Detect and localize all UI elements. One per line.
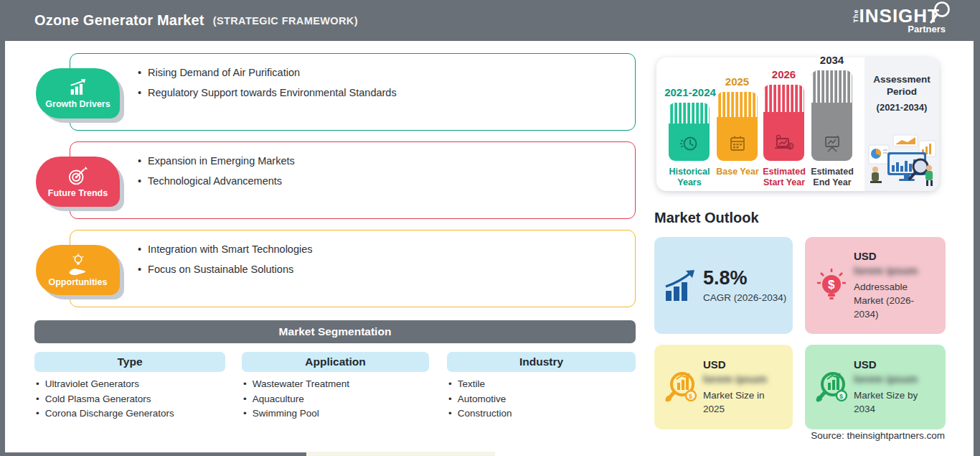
target-dart-icon — [67, 166, 89, 186]
svg-text:$: $ — [828, 278, 835, 292]
frame-left-edge — [0, 41, 5, 456]
presentation-icon — [822, 134, 842, 154]
assessment-line1: Assessment — [873, 74, 930, 85]
segment-header-type: Type — [34, 352, 225, 372]
segment-list-application: Wastewater Treatment Aquaculture Swimmin… — [243, 377, 349, 422]
currency-label: USD — [854, 358, 940, 371]
growth-chart-icon — [67, 78, 89, 97]
segment-header-application: Application — [242, 352, 429, 372]
cagr-label: CAGR (2026-2034) — [703, 291, 787, 304]
market-size-2025-card: $ USD lorem ipsum Market Size in 2025 — [654, 345, 793, 429]
timeline-bar-historical — [669, 103, 710, 161]
hand-bulb-icon — [66, 253, 90, 275]
bullet-item: Integration with Smart Technologies — [138, 243, 313, 256]
infographic-page: Ozone Generator Market (STRATEGIC FRAMEW… — [0, 0, 980, 456]
bar-stripes — [811, 70, 852, 103]
header-bar: Ozone Generator Market (STRATEGIC FRAMEW… — [0, 0, 980, 41]
bullet-item: Focus on Sustainable Solutions — [138, 263, 313, 276]
frame-bottom-edge — [0, 452, 306, 456]
future-trends-badge: Future Trends — [36, 157, 120, 207]
history-clock-icon — [679, 134, 699, 154]
bar-stripes — [669, 103, 710, 124]
svg-text:$: $ — [839, 393, 843, 400]
logo-the-text: The — [852, 9, 859, 22]
bullet-item: Rising Demand of Air Purification — [138, 66, 397, 79]
list-item: Aquaculture — [243, 392, 349, 407]
blurred-value: lorem ipsum — [854, 264, 918, 276]
list-item: Corona Discharge Generators — [36, 406, 174, 422]
growth-drivers-label: Growth Drivers — [45, 99, 110, 109]
timeline-bar-start: $ — [763, 85, 804, 161]
bar-stripes — [717, 92, 758, 117]
magnifier-chart-icon: $ — [813, 368, 850, 406]
growth-drivers-bullets: Rising Demand of Air Purification Regula… — [138, 66, 397, 106]
list-item: Cold Plasma Generators — [36, 392, 174, 407]
market-outlook-title: Market Outlook — [654, 210, 759, 226]
market-size-2034-card: $ USD lorem ipsum Market Size by 2034 — [805, 345, 946, 429]
calendar-icon — [727, 134, 748, 154]
timeline-panel: Assessment Period (2021-2034) — [656, 57, 939, 191]
list-item: Textile — [448, 377, 512, 392]
source-attribution: Source: theinsightpartners.com — [646, 430, 945, 441]
list-item: Construction — [448, 406, 512, 422]
opportunities-badge: Opportunities — [36, 245, 120, 295]
page-title: Ozone Generator Market — [0, 12, 204, 29]
bullet-item: Regulatory Support towards Environmental… — [138, 86, 397, 99]
magnifier-icon — [928, 1, 951, 27]
insight-partners-logo: The INSIGHT Partners — [849, 6, 940, 34]
blurred-value: lorem ipsum — [703, 373, 767, 385]
blurred-value: lorem ipsum — [854, 373, 918, 385]
timeline-caption: Historical Years — [660, 167, 719, 188]
bullet-item: Technological Advancements — [138, 175, 295, 187]
timeline-bar-base — [717, 92, 758, 161]
cagr-card: 5.8% CAGR (2026-2034) — [654, 237, 793, 334]
opportunities-label: Opportunities — [49, 277, 108, 287]
assessment-range: (2021-2034) — [877, 102, 928, 113]
list-item: Ultraviolet Generators — [36, 377, 174, 392]
timeline-caption: Estimated End Year — [804, 167, 860, 188]
bulb-dollar-icon: $ — [815, 266, 848, 306]
assessment-period-box: Assessment Period (2021-2034) — [864, 57, 939, 191]
svg-text:$: $ — [788, 144, 791, 149]
segment-list-industry: Textile Automotive Construction — [448, 377, 512, 422]
future-trends-bullets: Expansion in Emerging Markets Technologi… — [138, 154, 295, 195]
cagr-value: 5.8% — [703, 267, 787, 289]
timeline-bar-end — [811, 70, 852, 161]
frame-right-edge — [974, 41, 980, 456]
opportunities-bullets: Integration with Smart Technologies Focu… — [138, 243, 313, 283]
card-label: Market Size by 2034 — [854, 388, 925, 416]
bullet-item: Expansion in Emerging Markets — [138, 154, 295, 167]
timeline-year-label: 2026 — [763, 68, 804, 80]
growth-drivers-badge: Growth Drivers — [36, 68, 120, 118]
cagr-growth-icon — [663, 269, 699, 302]
currency-label: USD — [854, 250, 940, 262]
addressable-market-card: $ USD lorem ipsum Addressable Market (20… — [805, 237, 946, 334]
frame-bottom-accent — [306, 452, 495, 456]
magnifier-chart-icon: $ — [662, 368, 699, 406]
list-item: Automotive — [448, 392, 512, 407]
market-segmentation-header: Market Segmentation — [34, 320, 636, 343]
list-item: Wastewater Treatment — [243, 377, 349, 392]
bar-stripes — [763, 85, 804, 112]
analytics-illustration — [866, 132, 938, 187]
currency-label: USD — [703, 358, 787, 371]
svg-text:$: $ — [689, 393, 692, 400]
segment-list-type: Ultraviolet Generators Cold Plasma Gener… — [36, 377, 174, 422]
segment-header-industry: Industry — [447, 352, 636, 372]
timeline-year-label: 2034 — [811, 54, 852, 66]
laptop-analytics-icon: $ — [773, 134, 795, 154]
card-label: Market Size in 2025 — [703, 388, 775, 416]
card-label: Addressable Market (2026-2034) — [854, 280, 934, 321]
future-trends-label: Future Trends — [48, 188, 108, 198]
assessment-line2: Period — [887, 86, 917, 97]
page-subtitle: (STRATEGIC FRAMEWORK) — [213, 15, 358, 27]
list-item: Swimming Pool — [243, 406, 349, 422]
timeline-year-label: 2025 — [717, 75, 758, 88]
